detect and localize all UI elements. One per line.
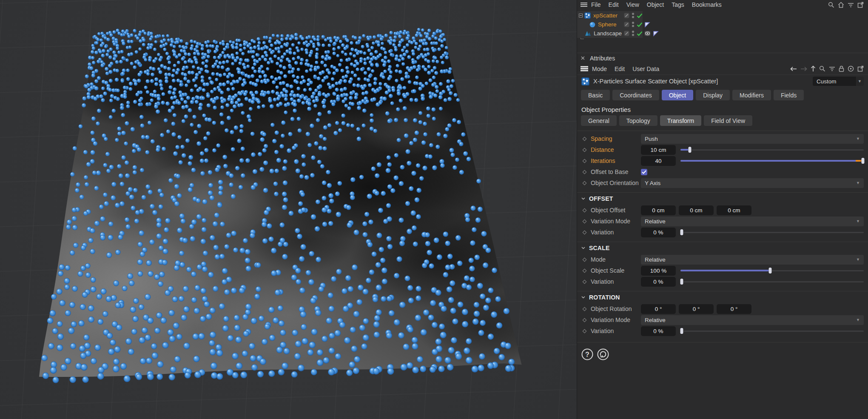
keyframe-diamond-icon[interactable] [583, 268, 587, 273]
keyframe-diamond-icon[interactable] [583, 208, 587, 212]
search-icon[interactable] [828, 2, 834, 8]
scale-variation-input[interactable]: 0 % [641, 277, 676, 287]
object-scale-slider[interactable] [680, 267, 864, 274]
phong-tag-icon[interactable] [644, 22, 650, 28]
scale-variation-slider[interactable] [680, 278, 864, 285]
rotation-variation-input[interactable]: 0 % [641, 326, 676, 336]
lock-icon[interactable] [839, 66, 844, 72]
section-scale[interactable]: SCALE [577, 242, 868, 254]
keyframe-diamond-icon[interactable] [583, 170, 587, 174]
menu-tags[interactable]: Tags [668, 1, 688, 8]
tab-field-of-view[interactable]: Field of View [704, 115, 752, 126]
visibility-dots-icon[interactable] [632, 12, 635, 19]
scale-mode-dropdown[interactable]: Relative▼ [641, 255, 864, 265]
offset-to-base-checkbox[interactable] [641, 169, 647, 175]
hamburger-icon[interactable] [581, 2, 587, 7]
visibility-dots-icon[interactable] [632, 30, 635, 37]
tab-transform[interactable]: Transform [660, 115, 701, 126]
rotation-variation-slider[interactable] [680, 328, 864, 334]
forward-arrow-icon[interactable] [800, 66, 807, 71]
slider-handle[interactable] [680, 328, 683, 334]
rotation-p-input[interactable]: 0 ° [679, 304, 714, 314]
preset-dropdown[interactable]: Custom ▼ [813, 77, 864, 86]
slider-handle[interactable] [861, 158, 864, 164]
object-scale-input[interactable]: 100 % [641, 266, 676, 276]
tab-display[interactable]: Display [696, 90, 730, 100]
up-arrow-icon[interactable] [811, 66, 816, 72]
keyframe-diamond-icon[interactable] [583, 219, 587, 223]
tab-object[interactable]: Object [662, 90, 693, 100]
iterations-input[interactable]: 40 [641, 156, 676, 166]
slider-handle[interactable] [688, 147, 691, 153]
close-icon[interactable] [581, 56, 585, 60]
keyframe-diamond-icon[interactable] [583, 318, 587, 322]
object-row-xpscatter[interactable]: xpScatter [577, 11, 868, 20]
slider-handle[interactable] [680, 229, 683, 235]
keyframe-diamond-icon[interactable] [583, 159, 587, 163]
enabled-check-icon[interactable] [637, 13, 643, 18]
rotation-h-input[interactable]: 0 ° [641, 304, 676, 314]
menu-edit[interactable]: Edit [605, 1, 623, 8]
section-offset[interactable]: OFFSET [577, 192, 868, 205]
menu-mode[interactable]: Mode [588, 66, 611, 72]
dropdown-arrow-icon[interactable]: ▼ [855, 77, 864, 86]
keyframe-diamond-icon[interactable] [583, 148, 587, 152]
object-orientation-dropdown[interactable]: Y Axis▼ [641, 178, 864, 188]
object-name[interactable]: Sphere [598, 21, 617, 28]
back-arrow-icon[interactable] [790, 66, 797, 71]
menu-view[interactable]: View [623, 1, 643, 8]
offset-variation-mode-dropdown[interactable]: Relative▼ [641, 217, 864, 226]
distance-slider[interactable] [680, 146, 864, 153]
reset-icon[interactable] [597, 348, 609, 361]
popout-icon[interactable] [857, 2, 864, 8]
spacing-dropdown[interactable]: Push▼ [641, 134, 864, 144]
offset-variation-slider[interactable] [680, 229, 864, 236]
object-row-landscape[interactable]: Landscape [577, 29, 868, 38]
tab-fields[interactable]: Fields [774, 90, 804, 100]
tab-topology[interactable]: Topology [619, 115, 657, 126]
tab-modifiers[interactable]: Modifiers [732, 90, 771, 100]
object-name[interactable]: xpScatter [593, 12, 618, 19]
visibility-dots-icon[interactable] [632, 21, 635, 28]
edit-toggle-icon[interactable] [624, 13, 629, 18]
enabled-check-icon[interactable] [637, 22, 643, 27]
keyframe-diamond-icon[interactable] [583, 257, 587, 262]
offset-variation-input[interactable]: 0 % [641, 228, 676, 237]
menu-user-data[interactable]: User Data [629, 66, 663, 72]
filter-icon[interactable] [848, 2, 854, 8]
menu-file[interactable]: File [587, 1, 605, 8]
search-icon[interactable] [819, 66, 825, 72]
section-rotation[interactable]: ROTATION [577, 291, 868, 303]
display-tag-icon[interactable] [644, 31, 651, 36]
filter-icon[interactable] [829, 66, 835, 71]
keyframe-diamond-icon[interactable] [583, 307, 587, 311]
preset-value[interactable]: Custom [813, 77, 855, 86]
tab-basic[interactable]: Basic [581, 90, 610, 100]
home-icon[interactable] [838, 2, 844, 8]
viewport-3d[interactable] [0, 0, 577, 419]
menu-bookmarks[interactable]: Bookmarks [688, 1, 726, 8]
menu-edit[interactable]: Edit [611, 66, 629, 72]
tab-general[interactable]: General [581, 115, 617, 126]
offset-x-input[interactable]: 0 cm [641, 205, 676, 215]
enabled-check-icon[interactable] [637, 31, 643, 36]
keyframe-diamond-icon[interactable] [583, 329, 587, 333]
object-row-sphere[interactable]: Sphere [577, 20, 868, 29]
hamburger-icon[interactable] [581, 66, 588, 71]
slider-handle[interactable] [769, 268, 772, 274]
keyframe-diamond-icon[interactable] [583, 137, 587, 141]
distance-input[interactable]: 10 cm [641, 145, 676, 155]
object-name[interactable]: Landscape [594, 30, 622, 37]
slider-handle[interactable] [680, 279, 683, 285]
iterations-slider[interactable] [680, 157, 864, 164]
rotation-variation-mode-dropdown[interactable]: Relative▼ [641, 315, 864, 325]
rotation-b-input[interactable]: 0 ° [717, 304, 751, 314]
tab-coordinates[interactable]: Coordinates [612, 90, 659, 100]
offset-z-input[interactable]: 0 cm [717, 205, 751, 215]
phong-tag-icon[interactable] [653, 31, 659, 37]
menu-object[interactable]: Object [643, 1, 668, 8]
expand-toggle-icon[interactable] [579, 14, 583, 17]
offset-y-input[interactable]: 0 cm [679, 205, 714, 215]
popout-icon[interactable] [857, 66, 864, 72]
edit-toggle-icon[interactable] [624, 22, 629, 27]
